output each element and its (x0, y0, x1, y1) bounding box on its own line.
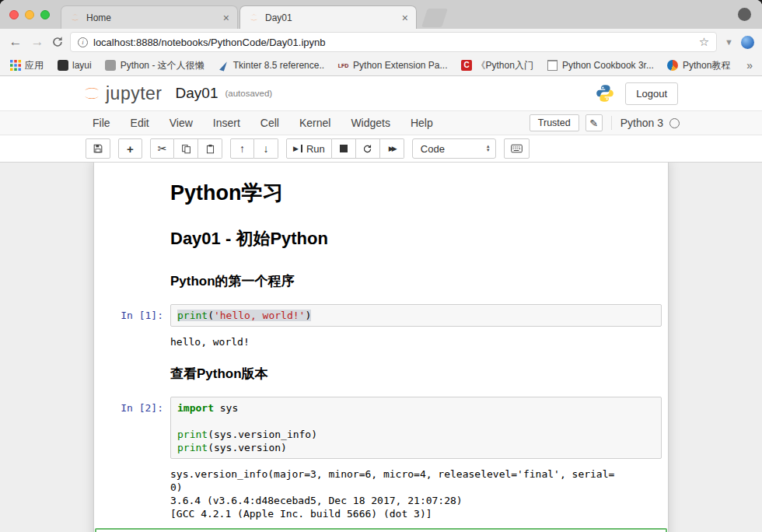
run-label: Run (306, 143, 325, 155)
markdown-cell-first-program[interactable]: Python的第一个程序 (94, 261, 668, 300)
command-palette-button[interactable] (504, 138, 530, 159)
notebook-title[interactable]: Day01 (176, 85, 218, 102)
menu-view[interactable]: View (159, 117, 203, 129)
cell-prompt (94, 357, 170, 389)
menu-help[interactable]: Help (400, 117, 443, 129)
minimize-window-button[interactable] (25, 10, 34, 19)
input-prompt: In [1]: (94, 304, 170, 327)
close-window-button[interactable] (9, 10, 19, 19)
bookmark-python-extension[interactable]: LFD Python Extension Pa... (337, 60, 447, 72)
menu-kernel[interactable]: Kernel (289, 117, 341, 129)
browser-window: Home × Day01 × ← → i localhost:8888/note… (0, 0, 762, 532)
jupyter-favicon-icon (248, 12, 260, 23)
jupyter-menubar: File Edit View Insert Cell Kernel Widget… (0, 110, 762, 135)
kernel-name: Python 3 (620, 117, 663, 129)
back-button[interactable]: ← (8, 34, 23, 50)
python-favicon-icon (105, 60, 117, 72)
bookmark-python-tutorial[interactable]: Python教程 (667, 59, 730, 72)
save-button[interactable] (86, 138, 110, 159)
insert-cell-button[interactable]: + (118, 138, 142, 159)
trusted-button[interactable]: Trusted (530, 114, 579, 131)
downloads-arrow-icon[interactable]: ▼ (723, 37, 735, 47)
bookmarks-overflow-chevron-icon[interactable]: » (746, 59, 753, 72)
tutorial-favicon-icon (667, 60, 679, 72)
address-bar[interactable]: i localhost:8888/notebooks/PythonCode/Da… (70, 32, 717, 52)
bookmark-label: Python Extension Pa... (353, 60, 447, 71)
bookmark-label: 《Python入门 (477, 59, 533, 72)
lfd-favicon-icon: LFD (337, 60, 349, 72)
restart-icon (362, 144, 372, 154)
menu-insert[interactable]: Insert (203, 117, 250, 129)
markdown-cell-day01[interactable]: Day01 - 初始Python (94, 217, 668, 261)
jupyter-logo-icon (82, 83, 102, 103)
close-tab-icon[interactable]: × (223, 12, 229, 23)
bookmark-apps[interactable]: 应用 (9, 59, 44, 72)
bookmark-star-icon[interactable]: ☆ (699, 35, 709, 49)
reload-button[interactable] (51, 36, 64, 48)
notebook-scroll-area[interactable]: Python学习 Day01 - 初始Python Python的第一个程序 I… (0, 163, 762, 532)
layui-favicon-icon (57, 60, 68, 72)
paste-cells-button[interactable] (198, 138, 222, 159)
edit-mode-pencil-icon: ✎ (585, 114, 603, 131)
notebook-h2: Day01 - 初始Python (170, 227, 662, 250)
markdown-cell-version[interactable]: 查看Python版本 (94, 353, 668, 393)
notebook-h1: Python学习 (170, 179, 662, 207)
fullscreen-window-button[interactable] (40, 10, 50, 19)
run-cell-button[interactable]: ▶ Run (286, 138, 332, 159)
bookmarks-bar: 应用 layui Python - 这个人很懒 Tkinter 8.5 refe… (0, 55, 762, 76)
bookmark-cookbook[interactable]: Python Cookbook 3r... (547, 60, 654, 72)
red-c-favicon-icon: C (461, 60, 473, 72)
bookmark-tkinter[interactable]: Tkinter 8.5 reference.. (218, 60, 324, 72)
url-text: localhost:8888/notebooks/PythonCode/Day0… (93, 37, 694, 48)
close-tab-icon[interactable]: × (402, 12, 408, 23)
menu-widgets[interactable]: Widgets (341, 117, 400, 129)
feather-favicon-icon (218, 60, 229, 72)
bookmark-label: Python - 这个人很懒 (121, 59, 204, 72)
jupyter-toolbar: + ✂ ↑ ↓ ▶ Run ▶▶ Code (0, 135, 762, 163)
bookmark-python-intro[interactable]: C 《Python入门 (461, 59, 533, 72)
cut-cells-button[interactable]: ✂ (150, 138, 174, 159)
cell-prompt (94, 176, 170, 213)
extension-globe-icon[interactable] (741, 36, 754, 49)
output-area-2: sys.version_info(major=3, minor=6, micro… (94, 463, 668, 525)
cell-prompt (94, 221, 170, 257)
bookmark-python-blog[interactable]: Python - 这个人很懒 (105, 59, 204, 72)
logout-button[interactable]: Logout (625, 82, 678, 105)
kernel-status-icon (669, 118, 680, 128)
markdown-cell-title[interactable]: Python学习 (94, 172, 668, 217)
site-info-icon[interactable]: i (78, 37, 88, 47)
menu-file[interactable]: File (82, 117, 121, 129)
jupyter-logo-text: jupyter (106, 83, 163, 103)
code-cell-2[interactable]: In [2]: import sys print(sys.version_inf… (94, 393, 668, 463)
restart-run-all-button[interactable]: ▶▶ (380, 138, 404, 159)
play-icon: ▶ (293, 145, 299, 152)
browser-navbar: ← → i localhost:8888/notebooks/PythonCod… (0, 29, 762, 55)
tab-home[interactable]: Home × (61, 5, 238, 29)
menu-edit[interactable]: Edit (121, 117, 159, 129)
menu-cell[interactable]: Cell (250, 117, 289, 129)
profile-avatar[interactable] (738, 8, 751, 21)
input-prompt: In [2]: (94, 397, 170, 459)
restart-kernel-button[interactable] (356, 138, 380, 159)
cell-type-select[interactable]: Code ▲▼ (412, 138, 496, 159)
code-editor[interactable]: print('hello, world!') (170, 304, 662, 327)
move-cell-down-button[interactable]: ↓ (254, 138, 278, 159)
interrupt-kernel-button[interactable] (332, 138, 356, 159)
autosave-status: (autosaved) (225, 89, 272, 98)
step-bar-icon (301, 145, 302, 152)
new-tab-button[interactable] (421, 9, 448, 27)
copy-cells-button[interactable] (174, 138, 198, 159)
forward-button[interactable]: → (30, 34, 45, 50)
jupyter-logo[interactable]: jupyter (82, 83, 163, 103)
code-cell-1[interactable]: In [1]: print('hello, world!') (94, 300, 668, 331)
move-cell-up-button[interactable]: ↑ (230, 138, 254, 159)
keyboard-icon (511, 144, 523, 153)
code-editor[interactable]: import sys print(sys.version_info)print(… (170, 397, 662, 459)
tab-title: Day01 (265, 12, 397, 23)
tab-day01[interactable]: Day01 × (239, 5, 417, 29)
bookmark-label: 应用 (25, 59, 44, 72)
python-logo-icon (595, 83, 615, 103)
bookmark-layui[interactable]: layui (57, 60, 92, 72)
code-cell-3-editing[interactable]: In [ ]: (95, 528, 667, 532)
clipboard-icon (205, 144, 215, 154)
